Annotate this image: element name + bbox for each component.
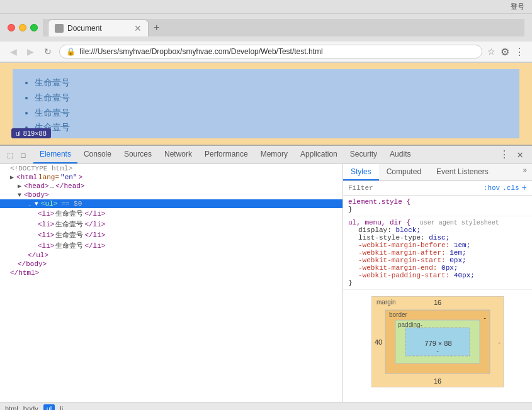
- html-panel: <!DOCTYPE html> ▶ <html lang="en" > ▶ <h…: [0, 164, 343, 402]
- box-model-section: margin 16 16 40 - border - padding- 779 …: [343, 290, 532, 394]
- html-line-ul-close[interactable]: </ul>: [0, 251, 342, 260]
- margin-bottom-value: 16: [434, 377, 441, 385]
- dim-badge-size: 819×88: [23, 130, 47, 137]
- account-button[interactable]: ⚙: [501, 46, 509, 58]
- margin-label: margin: [376, 299, 396, 306]
- breadcrumb-li[interactable]: li: [60, 405, 63, 410]
- list-item: 生命壹号: [35, 75, 510, 91]
- browser-chrome: Document ✕ + ◀ ▶ ↻ 🔒 file:///Users/smyhv…: [0, 14, 532, 63]
- cls-button[interactable]: .cls: [502, 184, 519, 192]
- tab-title: Document: [67, 24, 130, 33]
- devtools-body: <!DOCTYPE html> ▶ <html lang="en" > ▶ <h…: [0, 164, 532, 402]
- address-bar: ◀ ▶ ↻ 🔒 file:///Users/smyhvae/Dropbox/sm…: [0, 42, 532, 62]
- html-line-html[interactable]: ▶ <html lang="en" >: [0, 173, 342, 182]
- list-item: 生命壹号: [35, 120, 510, 135]
- minimize-window-button[interactable]: [19, 24, 26, 31]
- list-item: 生命壹号: [35, 106, 510, 121]
- page-content: 生命壹号生命壹号生命壹号生命壹号 ul 819×88: [0, 63, 532, 145]
- devtools-panel: ⬚ ☐ ElementsConsoleSourcesNetworkPerform…: [0, 145, 532, 410]
- html-line-head[interactable]: ▶ <head> … </head>: [0, 182, 342, 191]
- dimension-badge: ul 819×88: [11, 128, 51, 138]
- macos-bar: 登号: [0, 0, 532, 14]
- styles-more-button[interactable]: »: [518, 164, 532, 180]
- url-bar[interactable]: 🔒 file:///Users/smyhvae/Dropbox/smyhvae.…: [59, 45, 482, 58]
- maximize-window-button[interactable]: [30, 24, 38, 31]
- hov-button[interactable]: :hov: [484, 184, 500, 192]
- border-right-value: -: [484, 314, 486, 321]
- margin-right-value: -: [498, 338, 501, 346]
- tab-bar: Document ✕ +: [43, 19, 524, 36]
- browser-tab[interactable]: Document ✕: [48, 19, 149, 36]
- devtools-icons: ⬚ ☐: [5, 147, 28, 163]
- devtools-close-button[interactable]: ✕: [513, 146, 527, 163]
- page-inner-content: 生命壹号生命壹号生命壹号生命壹号: [13, 69, 519, 138]
- html-line-html-close[interactable]: </html>: [0, 269, 342, 277]
- devtools-tab-console[interactable]: Console: [77, 146, 118, 163]
- styles-tabs: Styles Computed Event Listeners »: [343, 164, 532, 181]
- margin-left-value: 40: [375, 338, 382, 346]
- margin-top-value: 16: [434, 299, 441, 306]
- html-line-li3[interactable]: <li>生命壹号</li>: [0, 230, 342, 240]
- styles-filter-bar: :hov .cls +: [343, 181, 532, 196]
- tab-computed[interactable]: Computed: [379, 164, 429, 180]
- breadcrumb-html[interactable]: html: [5, 405, 18, 410]
- html-line-doctype[interactable]: <!DOCTYPE html>: [0, 164, 342, 173]
- device-toolbar-icon[interactable]: ☐: [18, 147, 28, 163]
- html-line-li1[interactable]: <li>生命壹号</li>: [0, 208, 342, 219]
- breadcrumb-ul[interactable]: ul: [43, 404, 55, 410]
- macos-status: 登号: [511, 2, 524, 11]
- title-bar: Document ✕ +: [0, 14, 532, 42]
- css-rule-element-style: element.style { }: [343, 196, 532, 216]
- inspect-element-icon[interactable]: ⬚: [5, 147, 15, 163]
- devtools-tab-memory[interactable]: Memory: [254, 146, 294, 163]
- menu-button[interactable]: ⋮: [514, 46, 524, 58]
- devtools-tab-network[interactable]: Network: [158, 146, 198, 163]
- secure-icon: 🔒: [66, 47, 76, 56]
- styles-panel: Styles Computed Event Listeners » :hov .…: [343, 164, 532, 402]
- devtools-tab-performance[interactable]: Performance: [198, 146, 254, 163]
- html-line-body[interactable]: ▼ <body>: [0, 191, 342, 199]
- html-line-li2[interactable]: <li>生命壹号</li>: [0, 219, 342, 230]
- breadcrumb-body[interactable]: body: [23, 405, 38, 410]
- devtools-status-bar: htmlbodyulli: [0, 402, 532, 410]
- tab-event-listeners[interactable]: Event Listeners: [429, 164, 496, 180]
- add-style-button[interactable]: +: [522, 183, 527, 193]
- devtools-tab-sources[interactable]: Sources: [118, 146, 158, 163]
- devtools-tabs: ⬚ ☐ ElementsConsoleSourcesNetworkPerform…: [0, 146, 532, 164]
- devtools-more-button[interactable]: ⋮: [495, 146, 513, 163]
- reload-button[interactable]: ↻: [42, 45, 54, 58]
- new-tab-button[interactable]: +: [149, 19, 164, 36]
- html-line-body-close[interactable]: </body>: [0, 260, 342, 269]
- padding-label: padding-: [398, 321, 422, 328]
- tab-styles[interactable]: Styles: [343, 164, 379, 180]
- bookmark-button[interactable]: ☆: [487, 47, 495, 57]
- devtools-tab-elements[interactable]: Elements: [33, 146, 77, 163]
- tab-favicon: [55, 24, 64, 33]
- html-line-li4[interactable]: <li>生命壹号</li>: [0, 240, 342, 251]
- styles-filter-input[interactable]: [348, 184, 481, 192]
- tab-close-button[interactable]: ✕: [134, 23, 142, 33]
- html-line-ul[interactable]: … ▼ <ul> == $0: [0, 199, 342, 208]
- back-button[interactable]: ◀: [8, 45, 20, 58]
- css-rule-ul-menu-dir: ul, menu, dir { user agent stylesheet di…: [343, 216, 532, 290]
- devtools-tab-list: ElementsConsoleSourcesNetworkPerformance…: [33, 146, 417, 163]
- list-item: 生命壹号: [35, 91, 510, 106]
- traffic-lights: [8, 24, 38, 31]
- border-label: border: [389, 311, 407, 318]
- url-text: file:///Users/smyhvae/Dropbox/smyhvae.co…: [79, 47, 475, 56]
- close-window-button[interactable]: [8, 24, 15, 31]
- box-model-diagram: margin 16 16 40 - border - padding- 779 …: [371, 296, 504, 387]
- page-list: 生命壹号生命壹号生命壹号生命壹号: [22, 75, 510, 135]
- devtools-tab-application[interactable]: Application: [294, 146, 344, 163]
- doctype-text: <!DOCTYPE html>: [10, 165, 72, 172]
- dim-badge-tag: ul: [16, 130, 21, 137]
- devtools-tab-security[interactable]: Security: [344, 146, 383, 163]
- forward-button[interactable]: ▶: [25, 45, 37, 58]
- content-dash: -: [436, 347, 439, 355]
- devtools-tab-audits[interactable]: Audits: [383, 146, 417, 163]
